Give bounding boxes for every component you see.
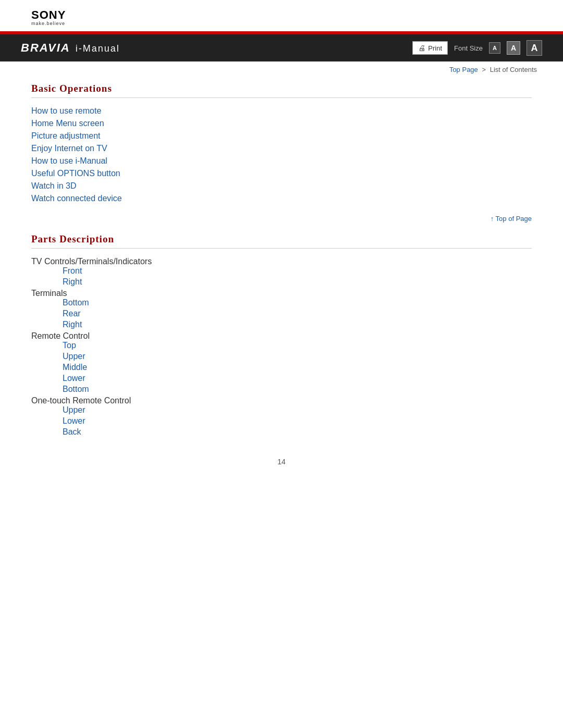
bravia-title: BRAVIA i-Manual xyxy=(21,41,120,55)
list-item: Lower xyxy=(63,416,532,426)
main-content: Basic Operations How to use remote Home … xyxy=(0,78,563,497)
top-of-page-link[interactable]: ↑ Top of Page xyxy=(491,215,532,223)
list-item: Picture adjustment xyxy=(31,131,532,141)
list-item: Watch connected device xyxy=(31,194,532,203)
print-label: Print xyxy=(428,44,442,52)
link-right-2[interactable]: Right xyxy=(63,320,82,329)
font-medium-button[interactable]: A xyxy=(507,41,520,55)
list-item: Middle xyxy=(63,363,532,372)
list-item: Lower xyxy=(63,374,532,383)
list-item: Remote Control Top Upper Middle Lower xyxy=(31,331,532,394)
list-item: Right xyxy=(63,277,532,287)
link-upper-1[interactable]: Upper xyxy=(63,352,85,361)
link-watch-in-3d[interactable]: Watch in 3D xyxy=(31,181,77,190)
list-item: Watch in 3D xyxy=(31,181,532,191)
print-button[interactable]: 🖨 Print xyxy=(412,41,448,55)
breadcrumb-separator: > xyxy=(482,66,486,73)
list-item: Useful OPTIONS button xyxy=(31,169,532,178)
nav-bar: BRAVIA i-Manual 🖨 Print Font Size A A A xyxy=(0,34,563,61)
remote-control-label: Remote Control xyxy=(31,331,90,340)
list-item: Home Menu screen xyxy=(31,119,532,128)
sony-logo: SONY xyxy=(31,9,532,21)
link-home-menu-screen[interactable]: Home Menu screen xyxy=(31,119,104,128)
list-item: Enjoy Internet on TV xyxy=(31,144,532,153)
link-picture-adjustment[interactable]: Picture adjustment xyxy=(31,131,101,140)
list-item: Right xyxy=(63,320,532,329)
breadcrumb-top-page[interactable]: Top Page xyxy=(449,66,478,73)
list-item: Front xyxy=(63,266,532,276)
font-size-label: Font Size xyxy=(454,44,483,52)
one-touch-remote-label: One-touch Remote Control xyxy=(31,396,131,405)
list-item: How to use remote xyxy=(31,106,532,116)
link-top[interactable]: Top xyxy=(63,341,76,350)
link-lower-1[interactable]: Lower xyxy=(63,374,85,382)
tv-controls-label: TV Controls/Terminals/Indicators xyxy=(31,257,152,266)
link-bottom-2[interactable]: Bottom xyxy=(63,385,89,393)
link-front[interactable]: Front xyxy=(63,266,82,275)
link-enjoy-internet[interactable]: Enjoy Internet on TV xyxy=(31,144,107,153)
top-of-page-container: ↑ Top of Page xyxy=(31,214,532,223)
logo-area: SONY make.believe xyxy=(0,0,563,31)
list-item: Bottom xyxy=(63,385,532,394)
terminals-label: Terminals xyxy=(31,289,67,298)
list-item: Upper xyxy=(63,352,532,361)
link-middle[interactable]: Middle xyxy=(63,363,87,372)
page-number: 14 xyxy=(31,458,532,476)
list-item: How to use i-Manual xyxy=(31,156,532,166)
link-upper-2[interactable]: Upper xyxy=(63,405,85,414)
list-item: Top xyxy=(63,341,532,350)
list-item: Bottom xyxy=(63,298,532,307)
parts-list: TV Controls/Terminals/Indicators Front R… xyxy=(31,257,532,437)
basic-operations-heading: Basic Operations xyxy=(31,83,532,98)
font-large-button[interactable]: A xyxy=(527,40,542,56)
link-right-1[interactable]: Right xyxy=(63,277,82,286)
list-item: Back xyxy=(63,427,532,437)
link-watch-connected-device[interactable]: Watch connected device xyxy=(31,194,122,203)
link-rear[interactable]: Rear xyxy=(63,309,81,318)
link-lower-2[interactable]: Lower xyxy=(63,416,85,425)
list-item: TV Controls/Terminals/Indicators Front R… xyxy=(31,257,532,287)
list-item: Terminals Bottom Rear Right xyxy=(31,289,532,329)
imanual-label: i-Manual xyxy=(76,43,120,54)
sony-tagline: make.believe xyxy=(31,21,532,26)
breadcrumb: Top Page > List of Contents xyxy=(0,61,563,78)
bravia-brand: BRAVIA xyxy=(21,41,70,55)
list-item: Upper xyxy=(63,405,532,415)
link-back[interactable]: Back xyxy=(63,427,81,436)
link-how-to-use-imanual[interactable]: How to use i-Manual xyxy=(31,156,107,165)
tv-controls-sub-links: Front Right xyxy=(31,266,532,287)
nav-controls: 🖨 Print Font Size A A A xyxy=(412,40,542,56)
font-small-button[interactable]: A xyxy=(489,42,500,54)
parts-description-section: Parts Description TV Controls/Terminals/… xyxy=(31,233,532,437)
link-bottom-1[interactable]: Bottom xyxy=(63,298,89,307)
link-how-to-use-remote[interactable]: How to use remote xyxy=(31,106,101,115)
parts-description-heading: Parts Description xyxy=(31,233,532,249)
remote-control-sub-links: Top Upper Middle Lower Bottom xyxy=(31,341,532,394)
list-item: Rear xyxy=(63,309,532,318)
print-icon: 🖨 xyxy=(418,44,425,52)
list-item: One-touch Remote Control Upper Lower Bac… xyxy=(31,396,532,437)
breadcrumb-current: List of Contents xyxy=(490,66,537,73)
terminals-sub-links: Bottom Rear Right xyxy=(31,298,532,329)
link-useful-options-button[interactable]: Useful OPTIONS button xyxy=(31,169,120,178)
basic-operations-list: How to use remote Home Menu screen Pictu… xyxy=(31,106,532,203)
one-touch-sub-links: Upper Lower Back xyxy=(31,405,532,437)
